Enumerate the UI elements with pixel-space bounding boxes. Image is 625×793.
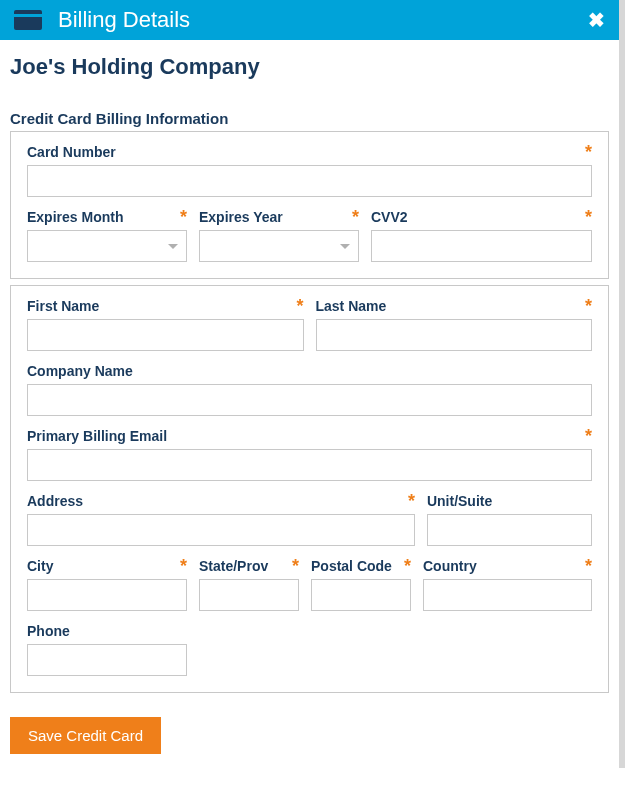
modal-title: Billing Details <box>58 7 190 33</box>
country-field: Country * <box>423 558 592 611</box>
required-asterisk: * <box>352 207 359 228</box>
first-name-input[interactable] <box>27 319 304 351</box>
expires-month-field: Expires Month * <box>27 209 187 262</box>
state-field: State/Prov * <box>199 558 299 611</box>
state-input[interactable] <box>199 579 299 611</box>
required-asterisk: * <box>585 556 592 577</box>
country-input[interactable] <box>423 579 592 611</box>
required-asterisk: * <box>292 556 299 577</box>
phone-label: Phone <box>27 623 187 639</box>
expires-month-label: Expires Month <box>27 209 187 225</box>
card-number-field: Card Number * <box>27 144 592 197</box>
city-label: City <box>27 558 187 574</box>
card-number-input[interactable] <box>27 165 592 197</box>
billing-details-modal: Billing Details ✖ Joe's Holding Company … <box>0 0 625 768</box>
save-credit-card-button[interactable]: Save Credit Card <box>10 717 161 754</box>
cc-section-title: Credit Card Billing Information <box>10 110 609 127</box>
last-name-input[interactable] <box>316 319 593 351</box>
credit-card-icon <box>14 10 42 30</box>
address-input[interactable] <box>27 514 415 546</box>
phone-input[interactable] <box>27 644 187 676</box>
first-name-label: First Name <box>27 298 304 314</box>
cc-fieldset: Card Number * Expires Month * Expires Ye… <box>10 131 609 279</box>
required-asterisk: * <box>585 296 592 317</box>
first-name-field: First Name * <box>27 298 304 351</box>
postal-label: Postal Code <box>311 558 411 574</box>
chevron-down-icon <box>340 244 350 249</box>
company-name-field: Company Name <box>27 363 592 416</box>
expires-month-select[interactable] <box>27 230 187 262</box>
company-name-label: Company Name <box>27 363 592 379</box>
phone-field: Phone <box>27 623 187 676</box>
primary-email-input[interactable] <box>27 449 592 481</box>
primary-email-field: Primary Billing Email * <box>27 428 592 481</box>
postal-field: Postal Code * <box>311 558 411 611</box>
card-number-label: Card Number <box>27 144 592 160</box>
last-name-field: Last Name * <box>316 298 593 351</box>
modal-body: Joe's Holding Company Credit Card Billin… <box>0 40 619 768</box>
required-asterisk: * <box>296 296 303 317</box>
cvv2-input[interactable] <box>371 230 592 262</box>
country-label: Country <box>423 558 592 574</box>
address-label: Address <box>27 493 415 509</box>
company-name-heading: Joe's Holding Company <box>10 54 609 80</box>
expires-year-field: Expires Year * <box>199 209 359 262</box>
billing-address-fieldset: First Name * Last Name * Company Name <box>10 285 609 693</box>
primary-email-label: Primary Billing Email <box>27 428 592 444</box>
city-input[interactable] <box>27 579 187 611</box>
unit-input[interactable] <box>427 514 592 546</box>
chevron-down-icon <box>168 244 178 249</box>
modal-header: Billing Details ✖ <box>0 0 619 40</box>
unit-label: Unit/Suite <box>427 493 592 509</box>
required-asterisk: * <box>180 207 187 228</box>
expires-year-label: Expires Year <box>199 209 359 225</box>
required-asterisk: * <box>404 556 411 577</box>
address-field: Address * <box>27 493 415 546</box>
cvv2-label: CVV2 <box>371 209 592 225</box>
cvv2-field: CVV2 * <box>371 209 592 262</box>
close-icon[interactable]: ✖ <box>588 10 605 30</box>
company-name-input[interactable] <box>27 384 592 416</box>
state-label: State/Prov <box>199 558 299 574</box>
required-asterisk: * <box>585 426 592 447</box>
required-asterisk: * <box>585 142 592 163</box>
last-name-label: Last Name <box>316 298 593 314</box>
required-asterisk: * <box>180 556 187 577</box>
required-asterisk: * <box>585 207 592 228</box>
required-asterisk: * <box>408 491 415 512</box>
postal-input[interactable] <box>311 579 411 611</box>
expires-year-select[interactable] <box>199 230 359 262</box>
unit-field: Unit/Suite <box>427 493 592 546</box>
city-field: City * <box>27 558 187 611</box>
